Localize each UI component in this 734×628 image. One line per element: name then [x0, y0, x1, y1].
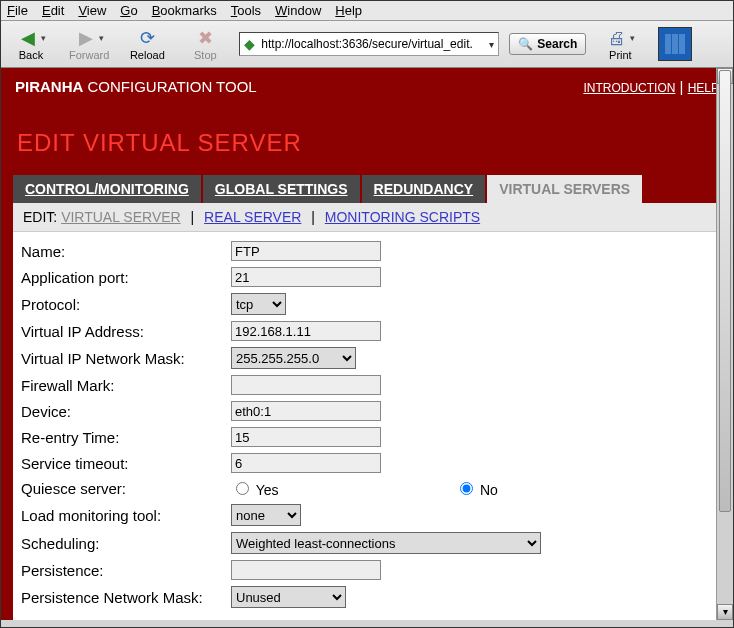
sched-select[interactable]: Weighted least-connections — [231, 532, 541, 554]
page-title: EDIT VIRTUAL SERVER — [13, 123, 721, 175]
vip-input[interactable] — [231, 321, 381, 341]
persistence-label: Persistence: — [21, 562, 231, 579]
svg-rect-1 — [672, 34, 678, 54]
menu-help[interactable]: Help — [335, 3, 362, 18]
lmt-select[interactable]: none — [231, 504, 301, 526]
quiesce-yes[interactable]: Yes — [231, 479, 441, 498]
firewall-label: Firewall Mark: — [21, 377, 231, 394]
tab-virtual-servers[interactable]: VIRTUAL SERVERS — [487, 175, 644, 203]
reload-label: Reload — [130, 49, 165, 61]
forward-icon: ▶ — [75, 27, 97, 49]
dropdown-icon[interactable]: ▾ — [630, 33, 635, 43]
sched-label: Scheduling: — [21, 535, 231, 552]
tab-control-monitoring[interactable]: CONTROL/MONITORING — [13, 175, 203, 203]
sub-tabs: EDIT: VIRTUAL SERVER | REAL SERVER | MON… — [13, 203, 721, 232]
scroll-down-arrow[interactable]: ▾ — [717, 604, 733, 620]
lmt-label: Load monitoring tool: — [21, 507, 231, 524]
main-tabs: CONTROL/MONITORING GLOBAL SETTINGS REDUN… — [13, 175, 721, 203]
brand-rest: CONFIGURATION TOOL — [83, 78, 256, 95]
menubar: File Edit View Go Bookmarks Tools Window… — [1, 1, 733, 21]
vip-mask-select[interactable]: 255.255.255.0 — [231, 347, 356, 369]
tab-redundancy[interactable]: REDUNDANCY — [362, 175, 488, 203]
dropdown-icon[interactable]: ▾ — [41, 33, 46, 43]
throbber-icon — [658, 27, 692, 61]
name-label: Name: — [21, 243, 231, 260]
search-button[interactable]: 🔍 Search — [509, 33, 586, 55]
red-container: EDIT VIRTUAL SERVER CONTROL/MONITORING G… — [1, 105, 733, 620]
protocol-select[interactable]: tcp — [231, 293, 286, 315]
subtab-virtual-server[interactable]: VIRTUAL SERVER — [61, 209, 181, 225]
vip-label: Virtual IP Address: — [21, 323, 231, 340]
reload-icon: ⟳ — [136, 27, 158, 49]
site-icon: ◆ — [244, 36, 255, 52]
scroll-thumb[interactable] — [719, 70, 731, 512]
menu-window[interactable]: Window — [275, 3, 321, 18]
firewall-input[interactable] — [231, 375, 381, 395]
menu-file[interactable]: File — [7, 3, 28, 18]
search-label: Search — [537, 37, 577, 51]
forward-label: Forward — [69, 49, 109, 61]
menu-view[interactable]: View — [78, 3, 106, 18]
subtab-real-server[interactable]: REAL SERVER — [204, 209, 301, 225]
quiesce-yes-radio[interactable] — [236, 482, 249, 495]
tab-global-settings[interactable]: GLOBAL SETTINGS — [203, 175, 362, 203]
port-label: Application port: — [21, 269, 231, 286]
vertical-scrollbar[interactable]: ▴ ▾ — [716, 68, 733, 620]
pmask-label: Persistence Network Mask: — [21, 589, 231, 606]
help-link[interactable]: HELP — [688, 81, 719, 95]
persistence-input[interactable] — [231, 560, 381, 580]
device-input[interactable] — [231, 401, 381, 421]
stop-button: ✖ Stop — [181, 25, 229, 63]
quiesce-no[interactable]: No — [455, 479, 665, 498]
back-button[interactable]: ◀▾ Back — [7, 25, 55, 63]
banner-links: INTRODUCTION | HELP — [583, 78, 719, 95]
timeout-input[interactable] — [231, 453, 381, 473]
print-button[interactable]: 🖨▾ Print — [596, 25, 644, 63]
back-icon: ◀ — [17, 27, 39, 49]
print-label: Print — [609, 49, 632, 61]
stop-label: Stop — [194, 49, 217, 61]
timeout-label: Service timeout: — [21, 455, 231, 472]
protocol-label: Protocol: — [21, 296, 231, 313]
subtabs-label: EDIT: — [23, 209, 61, 225]
svg-rect-0 — [665, 34, 671, 54]
url-input[interactable] — [259, 36, 485, 52]
dropdown-icon: ▾ — [99, 33, 104, 43]
quiesce-no-radio[interactable] — [460, 482, 473, 495]
search-icon: 🔍 — [518, 37, 533, 51]
introduction-link[interactable]: INTRODUCTION — [583, 81, 675, 95]
reload-button[interactable]: ⟳ Reload — [123, 25, 171, 63]
reentry-input[interactable] — [231, 427, 381, 447]
quiesce-label: Quiesce server: — [21, 480, 231, 497]
menu-edit[interactable]: Edit — [42, 3, 64, 18]
menu-bookmarks[interactable]: Bookmarks — [152, 3, 217, 18]
forward-button: ▶▾ Forward — [65, 25, 113, 63]
reentry-label: Re-entry Time: — [21, 429, 231, 446]
device-label: Device: — [21, 403, 231, 420]
brand: PIRANHA CONFIGURATION TOOL — [15, 78, 257, 95]
url-box[interactable]: ◆ ▾ — [239, 32, 499, 56]
dropdown-icon[interactable]: ▾ — [489, 39, 494, 50]
port-input[interactable] — [231, 267, 381, 287]
stop-icon: ✖ — [194, 27, 216, 49]
brand-bold: PIRANHA — [15, 78, 83, 95]
vip-mask-label: Virtual IP Network Mask: — [21, 350, 231, 367]
back-label: Back — [19, 49, 43, 61]
svg-rect-2 — [679, 34, 685, 54]
pmask-select[interactable]: Unused — [231, 586, 346, 608]
print-icon: 🖨 — [606, 27, 628, 49]
form-area: Name: Application port: Protocol:tcp Vir… — [13, 232, 721, 620]
menu-tools[interactable]: Tools — [231, 3, 261, 18]
page-viewport: PIRANHA CONFIGURATION TOOL INTRODUCTION … — [1, 68, 733, 620]
name-input[interactable] — [231, 241, 381, 261]
banner: PIRANHA CONFIGURATION TOOL INTRODUCTION … — [1, 68, 733, 105]
menu-go[interactable]: Go — [120, 3, 137, 18]
toolbar: ◀▾ Back ▶▾ Forward ⟳ Reload ✖ Stop ◆ ▾ 🔍… — [1, 21, 733, 68]
subtab-monitoring-scripts[interactable]: MONITORING SCRIPTS — [325, 209, 480, 225]
